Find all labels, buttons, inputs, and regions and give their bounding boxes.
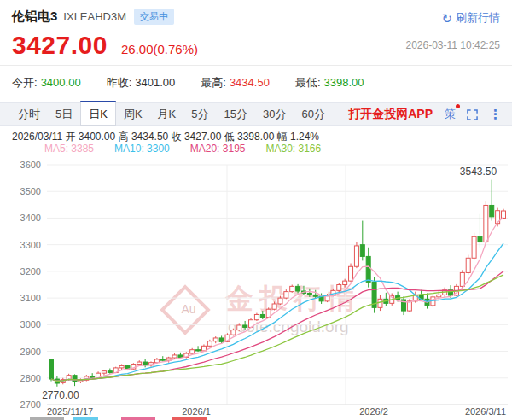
clipped-indicator-fragment: [73, 417, 98, 420]
stat-value: 3434.50: [230, 76, 270, 89]
stat-item: 昨收:3401.00: [107, 75, 176, 90]
open-app-link[interactable]: 打开金投网APP: [348, 107, 433, 122]
stat-value: 3398.00: [324, 76, 364, 89]
clipped-indicator-fragment: [172, 417, 207, 420]
tab-item[interactable]: 5日: [48, 102, 80, 126]
tab-item[interactable]: 分时: [10, 102, 48, 126]
ma-readout-row: MA5: 3385MA10: 3300MA20: 3195MA30: 3166: [44, 143, 321, 155]
candlestick-chart[interactable]: 3600350034003300320031003000290028002700…: [0, 156, 512, 420]
stat-label: 最低:: [295, 76, 321, 89]
stat-value: 3400.00: [41, 76, 81, 89]
svg-text:3400: 3400: [20, 213, 41, 223]
instrument-title: 伦铝电3: [12, 9, 57, 25]
svg-text:2700: 2700: [20, 400, 41, 410]
refresh-label: 刷新行情: [456, 10, 500, 26]
stat-item: 最高:3434.50: [201, 75, 270, 90]
strategy-button[interactable]: 策: [445, 107, 456, 122]
svg-text:3600: 3600: [20, 160, 41, 170]
tab-item[interactable]: 60分: [294, 102, 332, 126]
notification-dot: [456, 104, 460, 108]
quote-page: 伦铝电3 IXLEAHD3M 交易中 3427.00 26.00(0.76%) …: [0, 0, 512, 420]
clipped-indicator-fragment: [30, 417, 64, 420]
svg-text:3543.50: 3543.50: [460, 166, 497, 178]
ma-value: MA30: 3166: [265, 143, 321, 155]
strategy-label: 策: [445, 108, 456, 120]
stat-label: 今开:: [12, 76, 38, 89]
ma-value: MA10: 3300: [114, 143, 170, 155]
fullscreen-icon[interactable]: [467, 109, 478, 120]
svg-text:2025/11/17: 2025/11/17: [47, 406, 93, 417]
refresh-quotes-button[interactable]: ↻ 刷新行情: [441, 10, 500, 26]
svg-text:2900: 2900: [20, 347, 41, 357]
trading-status-badge: 交易中: [134, 9, 174, 25]
ma-value: MA20: 3195: [190, 143, 246, 155]
stat-label: 昨收:: [107, 76, 132, 89]
stat-item: 最低:3398.00: [295, 75, 364, 90]
svg-text:3300: 3300: [20, 240, 41, 250]
svg-text:3500: 3500: [20, 186, 41, 196]
svg-text:3100: 3100: [20, 293, 41, 303]
ma-value: MA5: 3385: [44, 143, 94, 155]
tab-item[interactable]: 月K: [150, 102, 184, 126]
stat-value: 3401.00: [135, 76, 175, 89]
chart-period-tabbar: 分时5日日K周K月K5分15分30分60分 打开金投网APP 策 ⋮: [0, 102, 512, 126]
price-change: 26.00(0.76%): [121, 42, 198, 56]
chart-area: Au 金投行情 quote.cngold.org 360035003400330…: [0, 156, 512, 420]
last-price: 3427.00: [12, 31, 108, 60]
svg-text:2770.00: 2770.00: [42, 389, 79, 401]
svg-text:3200: 3200: [20, 266, 41, 277]
svg-text:2026/3/11: 2026/3/11: [465, 406, 506, 417]
clipped-indicator-fragment: [121, 417, 155, 420]
more-menu-icon[interactable]: ⋮: [489, 107, 502, 122]
svg-text:3000: 3000: [20, 319, 41, 330]
tab-item[interactable]: 周K: [116, 102, 150, 126]
tab-item[interactable]: 30分: [255, 102, 294, 126]
header-divider: [0, 65, 512, 66]
header: 伦铝电3 IXLEAHD3M 交易中 3427.00 26.00(0.76%): [12, 9, 198, 60]
instrument-code: IXLEAHD3M: [63, 10, 126, 23]
svg-text:2800: 2800: [20, 373, 41, 383]
quote-timestamp: 2026-03-11 10:42:25: [405, 39, 500, 51]
refresh-icon: ↻: [441, 12, 452, 25]
tab-item[interactable]: 15分: [216, 102, 254, 126]
svg-text:2026/1: 2026/1: [182, 406, 211, 417]
stat-item: 今开:3400.00: [12, 75, 81, 90]
tab-item[interactable]: 5分: [183, 102, 216, 126]
stat-label: 最高:: [201, 76, 226, 89]
daily-stats-row: 今开:3400.00昨收:3401.00最高:3434.50最低:3398.00: [12, 75, 364, 90]
svg-text:2026/2: 2026/2: [359, 406, 388, 417]
tab-item[interactable]: 日K: [80, 101, 116, 126]
